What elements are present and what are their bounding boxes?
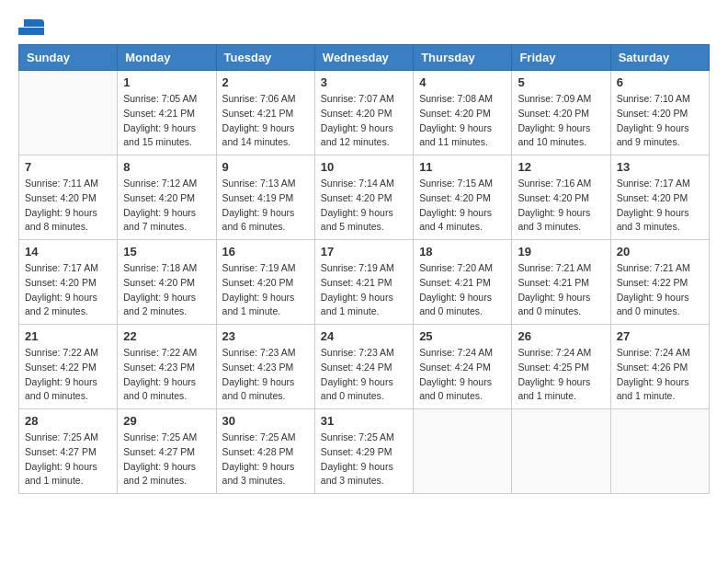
day-info: Sunrise: 7:05 AM Sunset: 4:21 PM Dayligh…: [123, 92, 210, 150]
calendar-day-header: Monday: [118, 45, 216, 71]
calendar-cell: 21Sunrise: 7:22 AM Sunset: 4:22 PM Dayli…: [19, 325, 118, 409]
calendar-cell: 10Sunrise: 7:14 AM Sunset: 4:20 PM Dayli…: [314, 155, 413, 240]
logo-graphic: [18, 19, 44, 35]
day-number: 25: [419, 329, 506, 343]
day-info: Sunrise: 7:07 AM Sunset: 4:20 PM Dayligh…: [321, 92, 407, 150]
calendar-cell: [19, 71, 118, 155]
day-number: 8: [123, 160, 210, 174]
day-info: Sunrise: 7:18 AM Sunset: 4:20 PM Dayligh…: [123, 261, 210, 319]
day-info: Sunrise: 7:25 AM Sunset: 4:29 PM Dayligh…: [321, 431, 407, 488]
calendar-day-header: Tuesday: [216, 45, 314, 71]
calendar-cell: 6Sunrise: 7:10 AM Sunset: 4:20 PM Daylig…: [610, 71, 709, 155]
day-info: Sunrise: 7:15 AM Sunset: 4:20 PM Dayligh…: [419, 177, 506, 235]
calendar-cell: 31Sunrise: 7:25 AM Sunset: 4:29 PM Dayli…: [314, 409, 413, 494]
calendar-cell: 30Sunrise: 7:25 AM Sunset: 4:28 PM Dayli…: [216, 409, 314, 494]
day-number: 16: [222, 245, 309, 259]
day-info: Sunrise: 7:25 AM Sunset: 4:27 PM Dayligh…: [123, 431, 210, 488]
day-number: 21: [25, 329, 111, 343]
day-number: 29: [123, 414, 210, 428]
day-number: 24: [321, 329, 407, 343]
day-info: Sunrise: 7:16 AM Sunset: 4:20 PM Dayligh…: [518, 177, 604, 235]
calendar-cell: 9Sunrise: 7:13 AM Sunset: 4:19 PM Daylig…: [216, 155, 314, 240]
day-number: 17: [321, 245, 407, 259]
calendar-cell: [610, 409, 709, 494]
day-number: 7: [25, 160, 111, 174]
calendar-cell: 12Sunrise: 7:16 AM Sunset: 4:20 PM Dayli…: [512, 155, 610, 240]
calendar-cell: 18Sunrise: 7:20 AM Sunset: 4:21 PM Dayli…: [414, 240, 512, 325]
calendar-cell: 4Sunrise: 7:08 AM Sunset: 4:20 PM Daylig…: [414, 71, 512, 155]
day-info: Sunrise: 7:12 AM Sunset: 4:20 PM Dayligh…: [123, 177, 210, 235]
day-info: Sunrise: 7:25 AM Sunset: 4:28 PM Dayligh…: [222, 431, 309, 488]
day-info: Sunrise: 7:06 AM Sunset: 4:21 PM Dayligh…: [222, 92, 309, 150]
calendar-cell: 25Sunrise: 7:24 AM Sunset: 4:24 PM Dayli…: [414, 325, 512, 409]
calendar-cell: 8Sunrise: 7:12 AM Sunset: 4:20 PM Daylig…: [118, 155, 216, 240]
calendar-day-header: Wednesday: [314, 45, 413, 71]
calendar-day-header: Thursday: [414, 45, 512, 71]
day-info: Sunrise: 7:23 AM Sunset: 4:23 PM Dayligh…: [222, 346, 309, 404]
day-number: 4: [419, 75, 506, 89]
day-info: Sunrise: 7:19 AM Sunset: 4:20 PM Dayligh…: [222, 261, 309, 319]
calendar-header-row: SundayMondayTuesdayWednesdayThursdayFrid…: [19, 45, 710, 71]
calendar-week-row: 28Sunrise: 7:25 AM Sunset: 4:27 PM Dayli…: [19, 409, 710, 494]
calendar-cell: 3Sunrise: 7:07 AM Sunset: 4:20 PM Daylig…: [314, 71, 413, 155]
day-info: Sunrise: 7:25 AM Sunset: 4:27 PM Dayligh…: [25, 431, 111, 488]
day-info: Sunrise: 7:19 AM Sunset: 4:21 PM Dayligh…: [321, 261, 407, 319]
day-info: Sunrise: 7:08 AM Sunset: 4:20 PM Dayligh…: [419, 92, 506, 150]
day-info: Sunrise: 7:24 AM Sunset: 4:26 PM Dayligh…: [617, 346, 703, 404]
day-info: Sunrise: 7:21 AM Sunset: 4:22 PM Dayligh…: [617, 261, 703, 319]
day-info: Sunrise: 7:24 AM Sunset: 4:24 PM Dayligh…: [419, 346, 506, 404]
header: [18, 18, 710, 35]
day-info: Sunrise: 7:21 AM Sunset: 4:21 PM Dayligh…: [518, 261, 604, 319]
calendar-week-row: 21Sunrise: 7:22 AM Sunset: 4:22 PM Dayli…: [19, 325, 710, 409]
calendar-week-row: 7Sunrise: 7:11 AM Sunset: 4:20 PM Daylig…: [19, 155, 710, 240]
day-info: Sunrise: 7:11 AM Sunset: 4:20 PM Dayligh…: [25, 177, 111, 235]
day-number: 15: [123, 245, 210, 259]
day-info: Sunrise: 7:17 AM Sunset: 4:20 PM Dayligh…: [617, 177, 703, 235]
day-info: Sunrise: 7:22 AM Sunset: 4:23 PM Dayligh…: [123, 346, 210, 404]
day-info: Sunrise: 7:17 AM Sunset: 4:20 PM Dayligh…: [25, 261, 111, 319]
day-number: 6: [617, 75, 703, 89]
day-number: 5: [518, 75, 604, 89]
day-info: Sunrise: 7:13 AM Sunset: 4:19 PM Dayligh…: [222, 177, 309, 235]
day-info: Sunrise: 7:23 AM Sunset: 4:24 PM Dayligh…: [321, 346, 407, 404]
calendar-cell: 17Sunrise: 7:19 AM Sunset: 4:21 PM Dayli…: [314, 240, 413, 325]
day-info: Sunrise: 7:24 AM Sunset: 4:25 PM Dayligh…: [518, 346, 604, 404]
calendar-week-row: 1Sunrise: 7:05 AM Sunset: 4:21 PM Daylig…: [19, 71, 710, 155]
logo: [18, 18, 48, 35]
day-number: 27: [617, 329, 703, 343]
day-number: 12: [518, 160, 604, 174]
calendar-week-row: 14Sunrise: 7:17 AM Sunset: 4:20 PM Dayli…: [19, 240, 710, 325]
day-number: 28: [25, 414, 111, 428]
day-info: Sunrise: 7:22 AM Sunset: 4:22 PM Dayligh…: [25, 346, 111, 404]
day-number: 10: [321, 160, 407, 174]
calendar-cell: 22Sunrise: 7:22 AM Sunset: 4:23 PM Dayli…: [118, 325, 216, 409]
day-number: 2: [222, 75, 309, 89]
calendar-cell: 2Sunrise: 7:06 AM Sunset: 4:21 PM Daylig…: [216, 71, 314, 155]
day-number: 13: [617, 160, 703, 174]
calendar-cell: 15Sunrise: 7:18 AM Sunset: 4:20 PM Dayli…: [118, 240, 216, 325]
day-number: 20: [617, 245, 703, 259]
calendar-cell: 20Sunrise: 7:21 AM Sunset: 4:22 PM Dayli…: [610, 240, 709, 325]
calendar-cell: 14Sunrise: 7:17 AM Sunset: 4:20 PM Dayli…: [19, 240, 118, 325]
calendar-cell: 26Sunrise: 7:24 AM Sunset: 4:25 PM Dayli…: [512, 325, 610, 409]
day-info: Sunrise: 7:14 AM Sunset: 4:20 PM Dayligh…: [321, 177, 407, 235]
calendar-day-header: Saturday: [610, 45, 709, 71]
calendar-cell: [414, 409, 512, 494]
calendar-cell: 16Sunrise: 7:19 AM Sunset: 4:20 PM Dayli…: [216, 240, 314, 325]
page-container: SundayMondayTuesdayWednesdayThursdayFrid…: [18, 18, 710, 494]
day-number: 30: [222, 414, 309, 428]
calendar-cell: 11Sunrise: 7:15 AM Sunset: 4:20 PM Dayli…: [414, 155, 512, 240]
calendar-cell: 29Sunrise: 7:25 AM Sunset: 4:27 PM Dayli…: [118, 409, 216, 494]
calendar-cell: 24Sunrise: 7:23 AM Sunset: 4:24 PM Dayli…: [314, 325, 413, 409]
day-info: Sunrise: 7:09 AM Sunset: 4:20 PM Dayligh…: [518, 92, 604, 150]
day-number: 1: [123, 75, 210, 89]
day-info: Sunrise: 7:10 AM Sunset: 4:20 PM Dayligh…: [617, 92, 703, 150]
calendar-cell: 7Sunrise: 7:11 AM Sunset: 4:20 PM Daylig…: [19, 155, 118, 240]
day-number: 9: [222, 160, 309, 174]
day-info: Sunrise: 7:20 AM Sunset: 4:21 PM Dayligh…: [419, 261, 506, 319]
day-number: 22: [123, 329, 210, 343]
day-number: 19: [518, 245, 604, 259]
calendar-day-header: Friday: [512, 45, 610, 71]
calendar-cell: 23Sunrise: 7:23 AM Sunset: 4:23 PM Dayli…: [216, 325, 314, 409]
calendar-table: SundayMondayTuesdayWednesdayThursdayFrid…: [18, 44, 710, 494]
